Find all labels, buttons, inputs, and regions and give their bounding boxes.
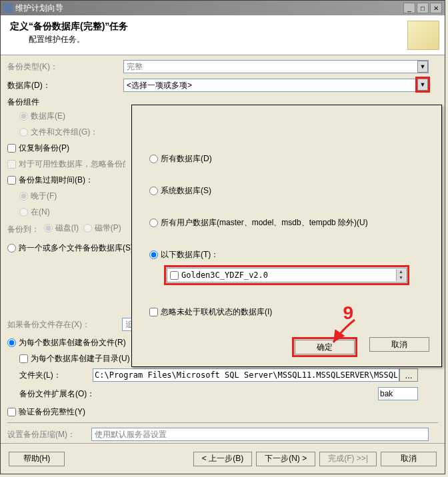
all-databases-radio[interactable] — [149, 155, 158, 163]
close-button[interactable]: ✕ — [430, 3, 442, 13]
database-item-checkbox[interactable] — [170, 271, 179, 280]
expire-after-radio — [19, 192, 28, 201]
browse-folder-button[interactable]: ... — [399, 368, 418, 382]
database-dropdown-popup: 所有数据库(D) 系统数据库(S) 所有用户数据库(master、model、m… — [131, 105, 442, 367]
back-button[interactable]: < 上一步(B) — [193, 452, 252, 466]
list-scrollbar[interactable]: ▲▼ — [396, 269, 405, 281]
per-db-subdir-checkbox[interactable] — [19, 354, 28, 363]
cancel-button[interactable]: 取消 — [381, 452, 437, 466]
extension-input[interactable] — [378, 387, 418, 400]
app-icon — [3, 3, 13, 13]
compression-label: 设置备份压缩(M)： — [7, 429, 91, 440]
expire-checkbox[interactable] — [7, 176, 16, 185]
backup-type-label: 备份类型(K)： — [7, 61, 123, 73]
wizard-title: 定义“备份数据库(完整)”任务 — [10, 21, 435, 33]
if-exists-label: 如果备份文件存在(X)： — [7, 319, 122, 330]
wizard-header: 定义“备份数据库(完整)”任务 配置维护任务。 — [1, 15, 445, 55]
across-files-radio[interactable] — [7, 244, 16, 252]
titlebar: 维护计划向导 _ □ ✕ — [1, 1, 445, 15]
database-dropdown-button[interactable]: ▼ — [417, 79, 428, 91]
backup-to-tape-radio — [83, 224, 92, 233]
wizard-footer: 帮助(H) < 上一步(B) 下一步(N) > 完成(F) >>| 取消 — [1, 443, 445, 474]
maximize-button[interactable]: □ — [417, 3, 429, 13]
annotation-number: 9 — [343, 302, 353, 324]
per-db-file-radio[interactable] — [7, 338, 16, 347]
user-databases-radio[interactable] — [149, 219, 158, 227]
extension-label: 备份文件扩展名(O)： — [19, 388, 378, 400]
popup-cancel-button[interactable]: 取消 — [369, 337, 429, 352]
help-button[interactable]: 帮助(H) — [9, 452, 65, 466]
finish-button: 完成(F) >>| — [319, 452, 377, 466]
component-database-radio — [19, 112, 28, 121]
backup-type-select: 完整 — [123, 60, 429, 73]
database-label: 数据库(D)： — [7, 80, 123, 91]
dropdown-icon: ▼ — [417, 61, 428, 73]
window-title: 维护计划向导 — [15, 3, 403, 14]
database-list[interactable]: Golden3C_YDZF_v2.0 ▲▼ — [167, 268, 407, 282]
copy-only-checkbox[interactable] — [7, 144, 16, 153]
availability-replica-checkbox — [7, 160, 16, 169]
verify-integrity-checkbox[interactable] — [7, 408, 16, 416]
database-select[interactable]: <选择一项或多项> — [123, 79, 429, 92]
expire-on-radio — [19, 208, 28, 217]
ignore-offline-checkbox[interactable] — [149, 308, 158, 316]
backup-to-label: 备份到： — [7, 224, 39, 235]
these-databases-radio[interactable] — [149, 250, 158, 259]
component-filegroup-radio — [19, 128, 28, 137]
folder-label: 文件夹(L)： — [19, 370, 93, 381]
system-databases-radio[interactable] — [149, 187, 158, 195]
database-item-label: Golden3C_YDZF_v2.0 — [181, 270, 268, 280]
minimize-button[interactable]: _ — [403, 3, 415, 13]
popup-ok-button[interactable]: 确定 — [295, 340, 355, 354]
next-button[interactable]: 下一步(N) > — [256, 452, 315, 466]
wizard-icon — [407, 21, 439, 50]
wizard-subtitle: 配置维护任务。 — [29, 34, 435, 45]
folder-input[interactable] — [93, 368, 399, 382]
backup-to-disk-radio — [44, 224, 53, 233]
